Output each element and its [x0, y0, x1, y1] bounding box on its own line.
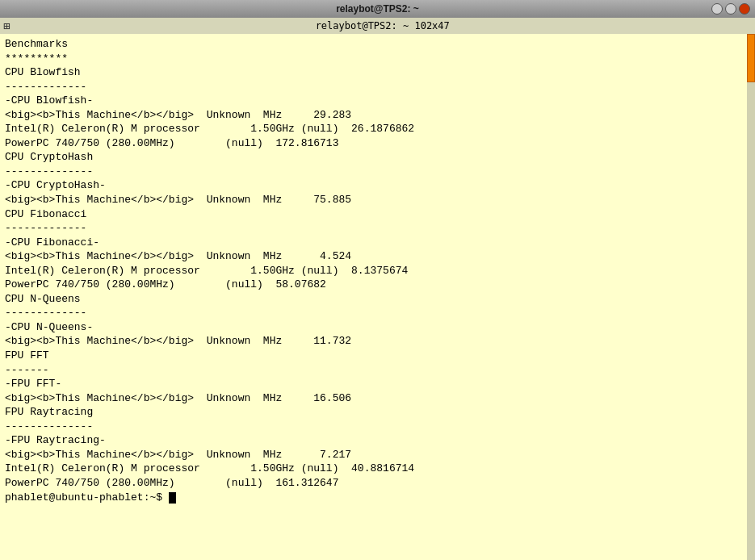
terminal-line: <big><b>This Machine</b></big> Unknown M…	[5, 193, 750, 207]
minimize-button[interactable]	[711, 3, 723, 15]
menu-icon: ⊞	[3, 19, 10, 32]
terminal-line: -------	[5, 363, 750, 378]
terminal-line: -CPU Blowfish-	[5, 94, 750, 108]
terminal-line: PowerPC 740/750 (280.00MHz) (null) 172.8…	[5, 136, 750, 151]
titlebar-buttons	[711, 3, 750, 15]
terminal-line: CPU CryptoHash	[5, 150, 750, 165]
terminal-line: CPU Fibonacci	[5, 207, 750, 222]
titlebar-title: relaybot@TPS2: ~	[336, 3, 419, 15]
scrollbar-thumb[interactable]	[747, 34, 755, 82]
terminal-line: -CPU CryptoHash-	[5, 178, 750, 193]
terminal-line: --------------	[5, 165, 750, 179]
terminal-line: Intel(R) Celeron(R) M processor 1.50GHz …	[5, 462, 750, 476]
terminal-line: **********	[5, 52, 750, 66]
terminal-body[interactable]: Benchmarks**********CPU Blowfish--------…	[0, 34, 755, 560]
terminal-line: -------------	[5, 221, 750, 236]
terminal-line: -FPU FFT-	[5, 377, 750, 391]
menu-bar: ⊞ relaybot@TPS2: ~ 102x47	[0, 18, 755, 34]
terminal-line: --------------	[5, 420, 750, 434]
terminal-line: Intel(R) Celeron(R) M processor 1.50GHz …	[5, 264, 750, 278]
terminal-line: FPU Raytracing	[5, 405, 750, 420]
terminal-line: CPU N-Queens	[5, 292, 750, 307]
terminal-content: Benchmarks**********CPU Blowfish--------…	[5, 37, 750, 504]
terminal-line: Benchmarks	[5, 37, 750, 52]
terminal-cursor	[169, 492, 176, 504]
terminal-line: <big><b>This Machine</b></big> Unknown M…	[5, 108, 750, 123]
terminal-line: FPU FFT	[5, 349, 750, 363]
terminal-line: <big><b>This Machine</b></big> Unknown M…	[5, 249, 750, 264]
terminal-line: Intel(R) Celeron(R) M processor 1.50GHz …	[5, 122, 750, 136]
scrollbar-track[interactable]	[747, 34, 755, 560]
terminal-line: phablet@ubuntu-phablet:~$	[5, 491, 750, 505]
terminal-window: relaybot@TPS2: ~ ⊞ relaybot@TPS2: ~ 102x…	[0, 0, 755, 560]
terminal-line: -------------	[5, 306, 750, 320]
terminal-line: -------------	[5, 80, 750, 94]
maximize-button[interactable]	[725, 3, 736, 15]
terminal-line: <big><b>This Machine</b></big> Unknown M…	[5, 448, 750, 462]
titlebar: relaybot@TPS2: ~	[0, 0, 755, 18]
terminal-line: <big><b>This Machine</b></big> Unknown M…	[5, 391, 750, 406]
terminal-line: <big><b>This Machine</b></big> Unknown M…	[5, 334, 750, 349]
terminal-line: -CPU N-Queens-	[5, 320, 750, 335]
terminal-line: -CPU Fibonacci-	[5, 236, 750, 250]
close-button[interactable]	[739, 3, 750, 15]
terminal-line: -FPU Raytracing-	[5, 433, 750, 448]
menu-bar-title: relaybot@TPS2: ~ 102x47	[13, 20, 752, 31]
terminal-line: PowerPC 740/750 (280.00MHz) (null) 161.3…	[5, 476, 750, 491]
terminal-line: PowerPC 740/750 (280.00MHz) (null) 58.07…	[5, 278, 750, 292]
terminal-line: CPU Blowfish	[5, 65, 750, 80]
